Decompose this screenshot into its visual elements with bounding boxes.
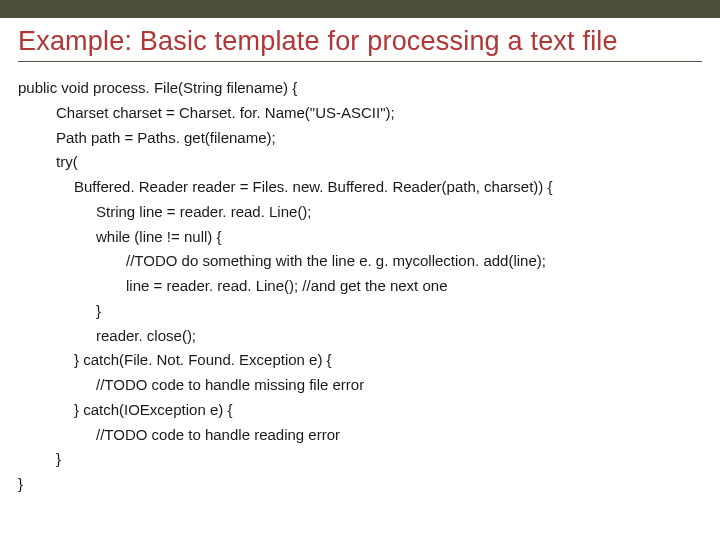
code-line: } xyxy=(18,472,702,497)
code-line: } xyxy=(18,447,702,472)
code-line: reader. close(); xyxy=(18,324,702,349)
code-line: line = reader. read. Line(); //and get t… xyxy=(18,274,702,299)
code-line: //TODO code to handle reading error xyxy=(18,423,702,448)
slide-title: Example: Basic template for processing a… xyxy=(18,26,702,57)
code-line: //TODO do something with the line e. g. … xyxy=(18,249,702,274)
code-line: } xyxy=(18,299,702,324)
slide: Example: Basic template for processing a… xyxy=(0,0,720,540)
code-line: } catch(File. Not. Found. Exception e) { xyxy=(18,348,702,373)
code-line: String line = reader. read. Line(); xyxy=(18,200,702,225)
code-line: public void process. File(String filenam… xyxy=(18,76,702,101)
code-line: while (line != null) { xyxy=(18,225,702,250)
title-accent-bar xyxy=(0,0,720,18)
title-underline xyxy=(18,61,702,62)
code-line: Buffered. Reader reader = Files. new. Bu… xyxy=(18,175,702,200)
code-line: Path path = Paths. get(filename); xyxy=(18,126,702,151)
code-line: } catch(IOException e) { xyxy=(18,398,702,423)
code-line: //TODO code to handle missing file error xyxy=(18,373,702,398)
code-block: public void process. File(String filenam… xyxy=(18,76,702,497)
code-line: try( xyxy=(18,150,702,175)
code-line: Charset charset = Charset. for. Name("US… xyxy=(18,101,702,126)
